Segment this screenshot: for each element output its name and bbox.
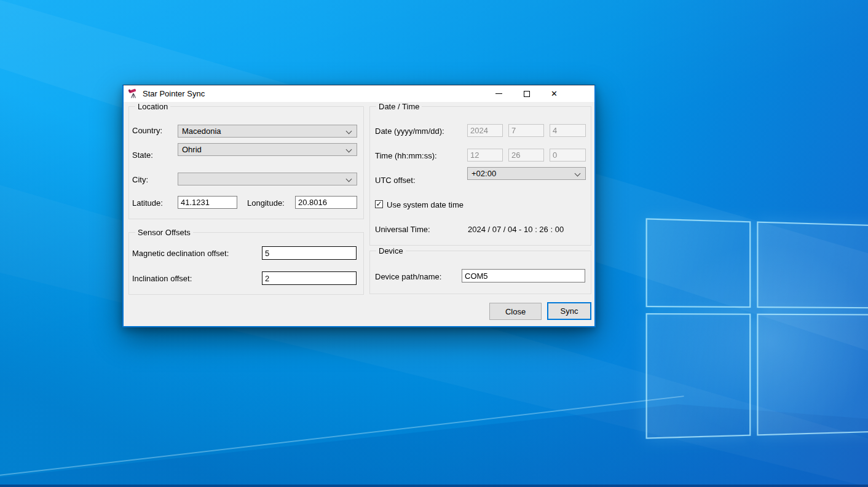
date-day-input bbox=[550, 124, 586, 137]
titlebar[interactable]: Star Pointer Sync ✕ bbox=[124, 85, 594, 102]
chevron-down-icon bbox=[346, 176, 352, 182]
city-label: City: bbox=[132, 175, 148, 184]
universal-time-value: 2024 / 07 / 04 - 10 : 26 : 00 bbox=[468, 225, 564, 234]
dialog-star-pointer-sync: Star Pointer Sync ✕ Location Country: Ma… bbox=[122, 85, 596, 327]
universal-time-label: Universal Time: bbox=[375, 225, 430, 234]
windows-logo bbox=[645, 218, 868, 438]
time-label: Time (hh:mm:ss): bbox=[375, 151, 437, 160]
latitude-input[interactable] bbox=[178, 196, 237, 209]
sync-button[interactable]: Sync bbox=[547, 302, 591, 320]
date-year-input bbox=[467, 124, 503, 137]
use-system-datetime-label: Use system date time bbox=[387, 200, 464, 209]
checkmark-icon: ✓ bbox=[376, 200, 382, 208]
country-label: Country: bbox=[132, 126, 162, 135]
utc-offset-select[interactable]: +02:00 bbox=[467, 167, 586, 180]
state-value: Ohrid bbox=[182, 145, 202, 154]
chevron-down-icon bbox=[346, 128, 352, 134]
longitude-input[interactable] bbox=[295, 196, 357, 209]
maximize-icon bbox=[524, 91, 530, 97]
state-select[interactable]: Ohrid bbox=[178, 143, 357, 156]
utc-offset-label: UTC offset: bbox=[375, 176, 416, 185]
group-device-title: Device bbox=[376, 246, 406, 255]
group-sensor-offsets-title: Sensor Offsets bbox=[135, 228, 193, 237]
windows-logo-pane bbox=[757, 222, 868, 309]
latitude-label: Latitude: bbox=[132, 198, 163, 208]
maximize-button[interactable] bbox=[513, 85, 540, 102]
longitude-label: Longitude: bbox=[247, 198, 285, 208]
windows-logo-pane bbox=[645, 218, 751, 308]
windows-logo-pane bbox=[645, 313, 751, 439]
close-window-button[interactable]: ✕ bbox=[540, 85, 568, 102]
chevron-down-icon bbox=[575, 171, 581, 177]
inclination-input[interactable] bbox=[262, 271, 357, 285]
telescope-icon bbox=[128, 88, 139, 99]
group-date-time-title: Date / Time bbox=[376, 102, 422, 111]
state-label: State: bbox=[132, 150, 153, 160]
device-path-input[interactable] bbox=[462, 269, 585, 282]
time-second-input bbox=[550, 149, 586, 162]
city-select[interactable] bbox=[178, 173, 357, 185]
chevron-down-icon bbox=[346, 147, 352, 153]
time-hour-input bbox=[467, 149, 503, 162]
utc-offset-value: +02:00 bbox=[471, 169, 496, 178]
group-sensor-offsets: Sensor Offsets bbox=[128, 232, 364, 295]
close-icon: ✕ bbox=[551, 89, 558, 98]
country-value: Macedonia bbox=[182, 127, 221, 136]
screen-bottom-edge bbox=[0, 485, 868, 487]
minimize-icon bbox=[495, 93, 502, 94]
inclination-label: Inclination offset: bbox=[132, 274, 192, 283]
magnetic-declination-label: Magnetic declination offset: bbox=[132, 249, 229, 258]
use-system-datetime-checkbox[interactable]: ✓ bbox=[375, 200, 383, 208]
device-path-label: Device path/name: bbox=[375, 272, 441, 281]
window-title: Star Pointer Sync bbox=[143, 85, 205, 102]
group-location-title: Location bbox=[135, 102, 170, 111]
date-month-input bbox=[508, 124, 544, 137]
minimize-button[interactable] bbox=[485, 85, 513, 102]
magnetic-declination-input[interactable] bbox=[262, 246, 357, 260]
close-button[interactable]: Close bbox=[489, 303, 542, 320]
time-minute-input bbox=[508, 149, 544, 162]
country-select[interactable]: Macedonia bbox=[178, 125, 357, 138]
date-label: Date (yyyy/mm/dd): bbox=[375, 127, 444, 136]
windows-logo-pane bbox=[757, 314, 868, 436]
